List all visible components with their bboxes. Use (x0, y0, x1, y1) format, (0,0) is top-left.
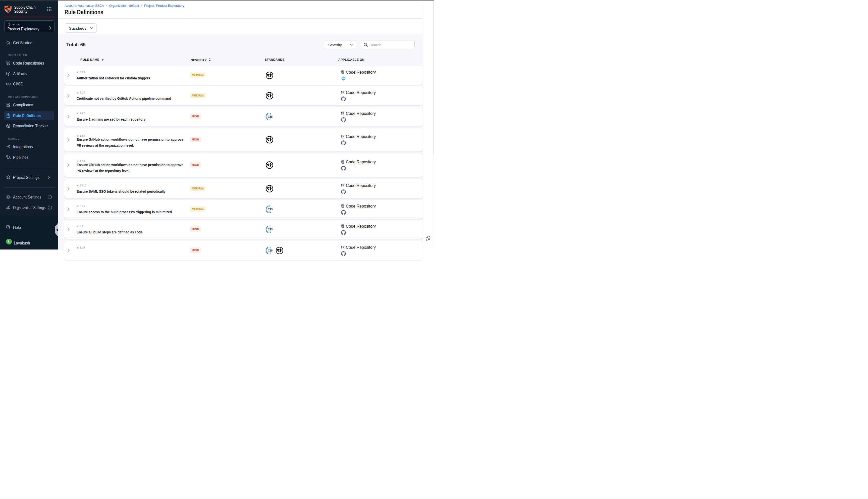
svg-text:CIS: CIS (268, 208, 273, 211)
svg-text:CIS: CIS (268, 249, 273, 250)
svg-text:CIS: CIS (268, 115, 273, 118)
svg-text:CIS: CIS (268, 228, 273, 231)
